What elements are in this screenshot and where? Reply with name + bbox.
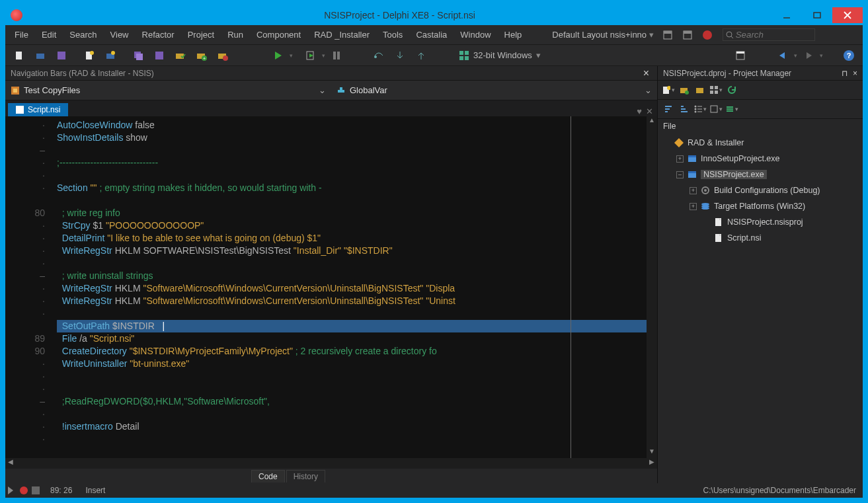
tree-node[interactable]: +InnoSetupProject.exe [660,151,860,167]
tree-label: NSISProject.exe [701,170,767,179]
nav-member-combo[interactable]: GlobalVar ⌄ [331,85,657,95]
vertical-scrollbar[interactable]: ▲▼ [647,116,657,458]
tab-close-icon[interactable]: ✕ [646,106,653,116]
macro-stop-icon[interactable] [32,486,40,494]
layout-combo[interactable]: Default Layout nsis+inno ▾ [548,28,658,41]
close-button[interactable] [832,7,863,23]
nav-back-button[interactable] [775,48,791,63]
svg-rect-50 [710,91,713,94]
pm-new-icon[interactable] [662,83,675,97]
menu-help[interactable]: Help [498,27,529,42]
tree-node[interactable]: –NSISProject.exe [660,167,860,182]
tree-node[interactable]: NSISProject.nsisproj [660,214,860,230]
save-all-icon[interactable] [130,48,146,63]
menu-view[interactable]: View [104,27,136,42]
save-icon[interactable] [54,48,69,63]
tree-label: NSISProject.nsisproj [727,217,803,227]
tree-node[interactable]: RAD & Installer [660,135,860,151]
pm-remove-icon[interactable] [693,83,707,97]
file-path: C:\Users\unsigned\Documents\Embarcader [703,486,863,495]
tab-pin-icon[interactable]: ♥ [637,106,642,116]
macro-play-icon[interactable] [8,486,13,494]
pm-view-icon[interactable] [709,83,723,97]
code-editor[interactable]: ··–···80····–···8990···–··· AutoCloseWin… [5,116,657,458]
open-file-icon[interactable] [32,48,48,63]
editor-gutter: ··–···80····–···8990···–··· [5,116,52,458]
nav-panel-close-icon[interactable]: × [641,67,652,79]
open-project-icon[interactable] [102,48,118,63]
menu-project[interactable]: Project [181,27,221,42]
horizontal-scrollbar[interactable]: ◀▶ [5,458,657,469]
menu-search[interactable]: Search [63,27,103,42]
pm-config-icon[interactable] [725,102,738,116]
remove-folder-icon[interactable] [215,48,231,63]
history-tab[interactable]: History [286,470,325,483]
ide-search-box[interactable] [723,28,815,41]
file-icon [713,233,724,243]
search-input[interactable] [736,30,812,40]
pin-icon[interactable]: ⊓ [842,69,848,78]
layout-save-icon[interactable] [660,28,676,42]
nav-section-combo[interactable]: Test CopyFiles ⌄ [5,85,331,95]
editor-tab-active[interactable]: Script.nsi [8,103,68,116]
nav-forward-button[interactable] [801,48,816,63]
tree-expand-icon[interactable]: + [690,203,697,210]
chevron-down-icon: ⌄ [319,85,326,95]
menu-component[interactable]: Component [250,27,307,42]
svg-rect-28 [333,52,336,59]
menu-tools[interactable]: Tools [376,27,409,42]
project-tree[interactable]: RAD & Installer+InnoSetupProject.exe–NSI… [658,134,863,483]
layout-icon[interactable] [732,48,748,63]
run-without-debug-button[interactable] [303,48,319,63]
macro-record-icon[interactable] [20,486,28,494]
menu-window[interactable]: Window [454,27,497,42]
pm-add-icon[interactable] [678,83,691,97]
target-platform-combo[interactable]: 32-bit Windows ▾ [454,50,546,61]
folder-check-icon[interactable] [173,48,188,63]
run-button[interactable] [270,48,286,63]
menu-castalia[interactable]: Castalia [409,27,454,42]
pause-button[interactable] [329,48,344,63]
exe-icon [687,169,697,180]
menu-edit[interactable]: Edit [35,27,63,42]
help-button[interactable]: ? [841,48,857,63]
castalia-icon[interactable] [699,28,715,42]
step-out-icon[interactable] [413,48,429,63]
tree-node[interactable]: +Target Platforms (Win32) [660,198,860,214]
pm-sort1-icon[interactable] [662,102,675,116]
pm-list-icon[interactable] [693,102,707,116]
menu-rad-_installer[interactable]: RAD _Installer [307,27,376,42]
editor-content[interactable]: AutoCloseWindow falseShowInstDetails sho… [52,116,647,458]
menu-refactor[interactable]: Refactor [136,27,181,42]
save2-icon[interactable] [151,48,167,63]
tree-label: Target Platforms (Win32) [714,202,805,211]
tree-node[interactable]: +Build Configurations (Debug) [660,182,860,198]
svg-text:?: ? [847,52,851,59]
panel-close-icon[interactable]: × [853,69,857,78]
pm-sort2-icon[interactable] [678,102,691,116]
svg-rect-5 [664,31,672,34]
minimize-button[interactable] [771,7,802,23]
tree-expand-icon[interactable]: + [690,187,697,194]
tree-node[interactable]: Script.nsi [660,230,860,246]
menu-run[interactable]: Run [221,27,250,42]
svg-rect-34 [465,56,469,60]
new-file-icon[interactable] [11,48,27,63]
svg-point-15 [90,51,94,55]
svg-point-61 [704,189,707,192]
menu-file[interactable]: File [8,27,35,42]
layout-delete-icon[interactable] [680,28,695,42]
svg-point-8 [703,30,712,40]
step-over-icon[interactable] [371,48,387,63]
tree-expand-icon[interactable]: + [676,155,684,163]
pm-refresh-icon[interactable] [725,83,738,97]
code-tab[interactable]: Code [251,470,285,483]
pm-filter-icon[interactable] [709,102,723,116]
stack-icon [700,201,711,212]
tree-expand-icon[interactable]: – [676,171,684,178]
svg-rect-31 [459,51,463,55]
add-folder-icon[interactable]: + [194,48,210,63]
new-unit-icon[interactable] [81,48,97,63]
maximize-button[interactable] [802,7,832,23]
step-into-icon[interactable] [392,48,408,63]
